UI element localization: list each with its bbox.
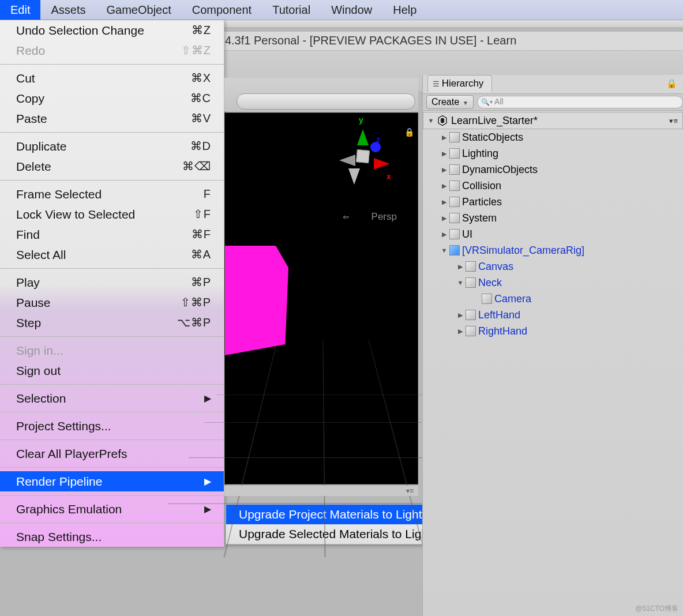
- scene-axis-gizmo[interactable]: y z x: [325, 119, 400, 194]
- expand-toggle-icon[interactable]: ▶: [440, 231, 448, 238]
- menubar-component[interactable]: Component: [182, 0, 262, 20]
- shortcut-label: ⌘A: [191, 247, 211, 262]
- menu-item-label: Cut: [16, 70, 35, 86]
- menu-item-find[interactable]: Find⌘F: [0, 224, 224, 245]
- shortcut-label: ⇧⌘P: [181, 295, 211, 310]
- menubar-edit[interactable]: Edit: [0, 0, 40, 20]
- menu-item-project-settings-[interactable]: Project Settings...: [0, 416, 224, 436]
- scene-view[interactable]: ⇐ Persp 🔒 y z x: [224, 112, 418, 484]
- menu-item-selection[interactable]: Selection▶: [0, 388, 224, 408]
- menubar-window[interactable]: Window: [321, 0, 382, 20]
- menu-item-pause[interactable]: Pause⇧⌘P: [0, 292, 224, 313]
- scene-lock-icon[interactable]: 🔒: [404, 127, 414, 137]
- expand-toggle-icon[interactable]: ▶: [440, 198, 448, 206]
- hierarchy-node-lefthand[interactable]: ▶LeftHand: [423, 307, 683, 323]
- gizmo-x-cone: [374, 158, 390, 170]
- menu-item-frame-selected[interactable]: Frame SelectedF: [0, 184, 224, 204]
- node-name-label: Collision: [462, 180, 501, 192]
- unity-logo-icon: [436, 114, 449, 127]
- expand-toggle-icon[interactable]: ▼: [427, 117, 435, 124]
- menubar-help[interactable]: Help: [382, 0, 427, 20]
- hierarchy-create-button[interactable]: Create▼: [426, 95, 474, 109]
- scene-camera-mode[interactable]: Persp: [371, 211, 397, 223]
- scene-root-name: LearnLive_Starter*: [451, 115, 538, 127]
- scene-options-icon[interactable]: ▾≡: [669, 117, 678, 125]
- menu-item-label: Sign out: [16, 363, 61, 378]
- menu-item-step[interactable]: Step⌥⌘P: [0, 313, 224, 333]
- menu-item-play[interactable]: Play⌘P: [0, 272, 224, 292]
- gizmo-y-label: y: [359, 115, 363, 125]
- menubar-gameobject[interactable]: GameObject: [96, 0, 182, 20]
- hierarchy-node-neck[interactable]: ▼Neck: [423, 275, 683, 291]
- menubar-tutorial[interactable]: Tutorial: [262, 0, 321, 20]
- hierarchy-node-dynamicobjects[interactable]: ▶DynamicObjects: [423, 161, 683, 178]
- node-name-label: Lighting: [462, 148, 498, 160]
- hierarchy-node-righthand[interactable]: ▶RightHand: [423, 323, 683, 339]
- menu-item-label: Pause: [16, 295, 51, 310]
- hierarchy-node-lighting[interactable]: ▶Lighting: [423, 145, 683, 161]
- menu-item-paste[interactable]: Paste⌘V: [0, 108, 224, 129]
- menu-item-cut[interactable]: Cut⌘X: [0, 68, 224, 88]
- menu-item-lock-view-to-selected[interactable]: Lock View to Selected⇧F: [0, 204, 224, 224]
- expand-toggle-icon[interactable]: ▶: [440, 134, 448, 141]
- shortcut-label: F: [204, 186, 211, 202]
- menu-item-label: Paste: [16, 111, 47, 126]
- menu-item-label: Step: [16, 315, 41, 330]
- gizmo-x-label: x: [386, 172, 391, 181]
- hierarchy-scene-root[interactable]: ▼ LearnLive_Starter* ▾≡: [423, 112, 683, 129]
- expand-toggle-icon[interactable]: ▶: [456, 328, 464, 335]
- viewport-handle-bottom[interactable]: ▾≡: [224, 486, 418, 496]
- menu-item-sign-out[interactable]: Sign out: [0, 360, 224, 381]
- hierarchy-node-collision[interactable]: ▶Collision: [423, 178, 683, 194]
- gameobject-icon: [466, 326, 476, 336]
- hierarchy-node-staticobjects[interactable]: ▶StaticObjects: [423, 129, 683, 145]
- node-name-label: Neck: [478, 277, 502, 289]
- menu-item-redo: Redo⇧⌘Z: [0, 40, 224, 61]
- gameobject-icon: [449, 197, 460, 207]
- shortcut-label: ⇧F: [193, 206, 211, 222]
- shortcut-label: ⌘Z: [192, 22, 211, 38]
- menu-item-delete[interactable]: Delete⌘⌫: [0, 156, 224, 176]
- dropdown-caret-icon: ▼: [463, 100, 468, 106]
- hierarchy-search-input[interactable]: 🔍▾ All: [477, 96, 683, 108]
- expand-toggle-icon[interactable]: ▶: [456, 263, 464, 271]
- hierarchy-node--vrsimulator-camerarig-[interactable]: ▼[VRSimulator_CameraRig]: [423, 242, 683, 258]
- gameobject-icon: [449, 229, 460, 239]
- expand-toggle-icon[interactable]: ▶: [440, 150, 448, 157]
- menu-item-duplicate[interactable]: Duplicate⌘D: [0, 136, 224, 156]
- hierarchy-node-particles[interactable]: ▶Particles: [423, 194, 683, 210]
- menu-item-label: Render Pipeline: [16, 474, 102, 489]
- expand-toggle-icon[interactable]: ▶: [456, 311, 464, 319]
- gizmo-grey-cone-2: [348, 168, 360, 185]
- menubar-assets[interactable]: Assets: [40, 0, 96, 20]
- hierarchy-node-canvas[interactable]: ▶Canvas: [423, 258, 683, 275]
- hierarchy-node-system[interactable]: ▶System: [423, 210, 683, 226]
- gameobject-icon: [449, 181, 460, 191]
- menu-item-label: Clear All PlayerPrefs: [16, 446, 127, 461]
- menubar: EditAssetsGameObjectComponentTutorialWin…: [0, 0, 683, 20]
- menu-item-label: Redo: [16, 43, 45, 58]
- expand-toggle-icon[interactable]: ▼: [440, 247, 448, 254]
- node-name-label: StaticObjects: [462, 132, 523, 144]
- menu-item-label: Sign in...: [16, 343, 63, 358]
- shortcut-label: ⇧⌘Z: [181, 43, 211, 58]
- expand-toggle-icon[interactable]: ▶: [440, 166, 448, 174]
- gameobject-icon: [466, 277, 476, 288]
- expand-toggle-icon[interactable]: ▼: [456, 279, 464, 286]
- menu-item-select-all[interactable]: Select All⌘A: [0, 245, 224, 265]
- scene-toolbar-pill[interactable]: [237, 93, 415, 110]
- menu-item-copy[interactable]: Copy⌘C: [0, 88, 224, 108]
- hierarchy-node-camera[interactable]: Camera: [423, 291, 683, 307]
- hierarchy-node-ui[interactable]: ▶UI: [423, 226, 683, 242]
- menu-item-undo-selection-change[interactable]: Undo Selection Change⌘Z: [0, 20, 224, 40]
- hierarchy-tab[interactable]: ☰ Hierarchy: [427, 75, 492, 92]
- node-name-label: [VRSimulator_CameraRig]: [462, 245, 584, 257]
- scene-magenta-object: [225, 246, 288, 355]
- menu-item-label: Delete: [16, 159, 51, 174]
- menu-item-label: Duplicate: [16, 138, 67, 154]
- node-name-label: Camera: [494, 293, 531, 305]
- expand-toggle-icon[interactable]: ▶: [440, 215, 448, 222]
- hierarchy-lock-icon[interactable]: 🔒: [666, 78, 677, 89]
- menu-item-label: Snap Settings...: [16, 529, 102, 544]
- expand-toggle-icon[interactable]: ▶: [440, 182, 448, 190]
